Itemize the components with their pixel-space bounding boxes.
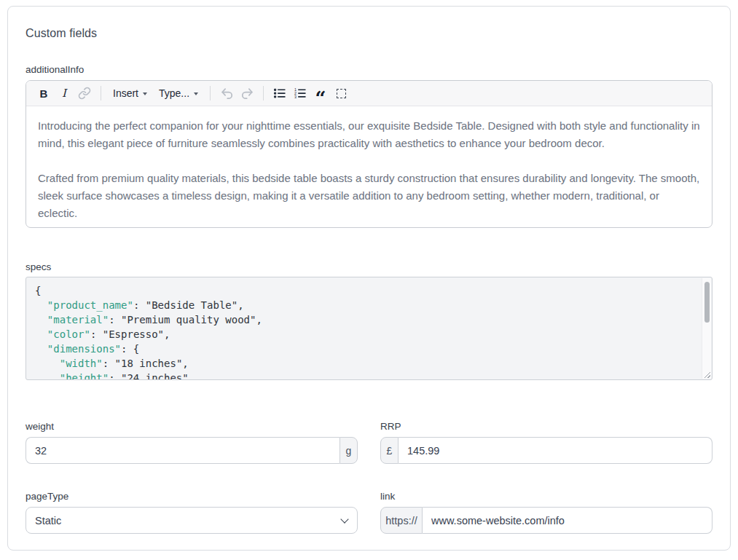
editor-paragraph: Crafted from premium quality materials, … [38,170,700,222]
custom-fields-panel: Custom fields additionalInfo B I Insert … [7,6,731,551]
specs-scrollbar[interactable] [702,278,711,379]
ordered-list-icon: 1 2 3 [294,87,307,100]
link-label: link [380,491,713,502]
insert-dropdown[interactable]: Insert [107,83,153,103]
weight-input[interactable] [25,437,339,464]
bold-button[interactable]: B [34,83,54,103]
toolbar-separator [210,86,211,100]
page-type-label: pageType [25,491,358,502]
specs-code-editor[interactable]: { "product_name": "Bedside Table", "mate… [25,277,713,380]
redo-button[interactable] [237,83,257,103]
specs-code: { "product_name": "Bedside Table", "mate… [26,277,712,380]
editor-paragraph: Introducing the perfect companion for yo… [38,117,700,152]
page-type-field: pageType Static [25,491,358,534]
link-scheme-addon: https:// [380,507,423,534]
chevron-down-icon [194,92,198,95]
type-dropdown[interactable]: Type... [153,83,204,103]
unordered-list-icon [273,87,286,100]
weight-unit-addon: g [339,437,358,464]
rich-text-editor: B I Insert Type... [25,80,713,228]
chevron-down-icon [143,92,147,95]
undo-icon [220,87,234,100]
rrp-field: RRP £ [380,421,713,464]
weight-field: weight g [25,421,358,464]
link-icon [78,87,91,100]
svg-text:3: 3 [294,95,297,99]
undo-button[interactable] [216,83,237,103]
panel-title: Custom fields [25,27,713,40]
link-input[interactable] [423,507,713,534]
link-field: link https:// [380,491,713,534]
editor-toolbar: B I Insert Type... [26,81,712,106]
weight-label: weight [25,421,358,432]
unordered-list-button[interactable] [270,83,290,103]
blockquote-icon: “ [315,95,326,102]
toolbar-separator [101,86,101,100]
rrp-input[interactable] [399,437,713,464]
dashed-box-icon [337,89,346,98]
ordered-list-button[interactable]: 1 2 3 [290,83,310,103]
redo-icon [240,87,254,100]
italic-button[interactable]: I [54,83,74,103]
page-type-select[interactable]: Static [25,507,358,534]
link-button[interactable] [74,83,95,103]
specs-label: specs [25,261,713,272]
rrp-currency-addon: £ [380,437,399,464]
blockquote-button[interactable]: “ [310,83,331,103]
insert-dropdown-label: Insert [113,87,138,99]
toolbar-separator [263,86,264,100]
type-dropdown-label: Type... [159,87,189,99]
specs-scrollbar-thumb[interactable] [704,282,710,323]
additional-info-label: additionalInfo [25,64,713,75]
rrp-label: RRP [380,421,713,432]
bold-icon: B [40,87,48,100]
dashed-box-button[interactable] [331,83,351,103]
italic-icon: I [62,87,66,100]
editor-content[interactable]: Introducing the perfect companion for yo… [26,106,712,227]
